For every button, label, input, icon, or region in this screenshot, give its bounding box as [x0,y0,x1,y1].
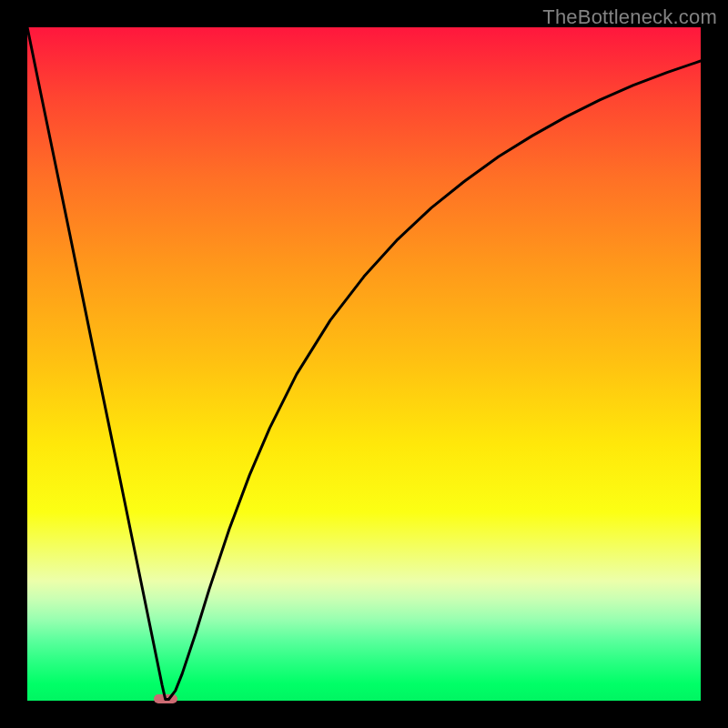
watermark-text: TheBottleneck.com [542,5,717,29]
chart-frame: TheBottleneck.com [0,0,728,728]
plot-area [27,27,701,701]
curve-svg [27,27,701,701]
curve-path [27,27,701,700]
